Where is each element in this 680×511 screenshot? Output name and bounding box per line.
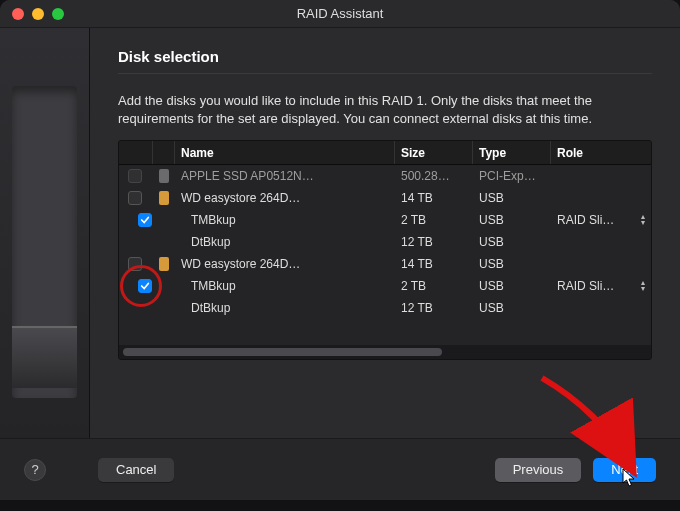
content-panel: Disk selection Add the disks you would l… [90,28,680,438]
disk-name: APPLE SSD AP0512N… [175,169,395,183]
header-role[interactable]: Role [551,141,651,164]
help-icon: ? [31,462,38,477]
header-type[interactable]: Type [473,141,551,164]
table-body: APPLE SSD AP0512N…500.28…PCI-Exp…WD easy… [119,165,651,319]
titlebar: RAID Assistant [0,0,680,28]
disk-size: 2 TB [395,279,473,293]
table-empty-space [119,319,651,345]
disk-type: USB [473,213,551,227]
table-row[interactable]: TMBkup2 TBUSBRAID Sli…▴▾ [119,275,651,297]
disk-role[interactable]: RAID Sli…▴▾ [551,213,651,227]
raid-assistant-window: RAID Assistant Disk selection Add the di… [0,0,680,500]
scrollbar-thumb[interactable] [123,348,442,356]
disk-checkbox[interactable] [128,169,142,183]
disk-name: WD easystore 264D… [175,191,395,205]
table-row[interactable]: DtBkup12 TBUSB [119,297,651,319]
disk-type: USB [473,301,551,315]
disk-name: WD easystore 264D… [175,257,395,271]
disk-icon [159,191,169,205]
disk-role[interactable]: RAID Sli…▴▾ [551,279,651,293]
disk-icon [159,257,169,271]
disk-type: USB [473,257,551,271]
minimize-icon[interactable] [32,8,44,20]
table-row[interactable]: APPLE SSD AP0512N…500.28…PCI-Exp… [119,165,651,187]
disk-size: 2 TB [395,213,473,227]
disk-name: DtBkup [185,235,395,249]
close-icon[interactable] [12,8,24,20]
sidebar-preview [0,28,90,438]
disk-size: 12 TB [395,235,473,249]
table-row[interactable]: TMBkup2 TBUSBRAID Sli…▴▾ [119,209,651,231]
role-stepper-icon[interactable]: ▴▾ [641,280,645,292]
horizontal-scrollbar[interactable] [119,345,651,359]
disk-type: PCI-Exp… [473,169,551,183]
disk-type: USB [473,235,551,249]
disk-size: 14 TB [395,257,473,271]
table-row[interactable]: WD easystore 264D…14 TBUSB [119,253,651,275]
header-size[interactable]: Size [395,141,473,164]
disk-icon [159,169,169,183]
table-row[interactable]: DtBkup12 TBUSB [119,231,651,253]
disk-type: USB [473,191,551,205]
disk-checkbox[interactable] [138,279,152,293]
section-title: Disk selection [118,48,652,65]
traffic-lights [12,8,64,20]
main-area: Disk selection Add the disks you would l… [0,28,680,438]
zoom-icon[interactable] [52,8,64,20]
disk-name: TMBkup [185,279,395,293]
next-button[interactable]: Next [593,458,656,482]
disk-table: Name Size Type Role APPLE SSD AP0512N…50… [118,140,652,360]
window-title: RAID Assistant [0,6,680,21]
disk-checkbox[interactable] [128,257,142,271]
section-divider [118,73,652,74]
table-row[interactable]: WD easystore 264D…14 TBUSB [119,187,651,209]
header-name[interactable]: Name [175,141,395,164]
disk-size: 12 TB [395,301,473,315]
disk-checkbox[interactable] [138,213,152,227]
drive-thumbnail [12,86,77,398]
disk-name: DtBkup [185,301,395,315]
disk-name: TMBkup [185,213,395,227]
cancel-button[interactable]: Cancel [98,458,174,482]
role-stepper-icon[interactable]: ▴▾ [641,214,645,226]
disk-size: 14 TB [395,191,473,205]
disk-type: USB [473,279,551,293]
footer: ? Cancel Previous Next [0,438,680,500]
help-button[interactable]: ? [24,459,46,481]
section-description: Add the disks you would like to include … [118,92,652,128]
table-header: Name Size Type Role [119,141,651,165]
previous-button[interactable]: Previous [495,458,582,482]
disk-size: 500.28… [395,169,473,183]
disk-checkbox[interactable] [128,191,142,205]
